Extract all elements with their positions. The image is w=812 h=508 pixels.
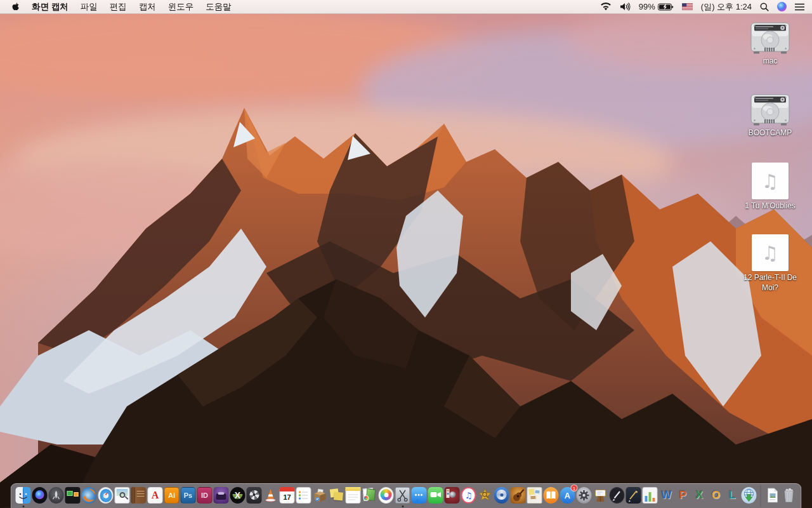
grab-screen-capture-icon <box>395 486 411 504</box>
dock-item-trash[interactable] <box>781 486 797 504</box>
dock-item-paper-collage[interactable] <box>527 486 543 504</box>
document-file-icon <box>764 486 781 504</box>
dock-item-preview[interactable] <box>114 486 131 504</box>
dock-item-appstore[interactable]: A1 <box>560 486 576 504</box>
desktop-wallpaper <box>0 0 812 508</box>
menu-item-4[interactable]: 도움말 <box>206 1 232 13</box>
menu-item-0[interactable]: 파일 <box>81 1 98 13</box>
dock-item-grab-screen-capture[interactable] <box>395 486 411 504</box>
numbers-icon <box>642 486 658 504</box>
dock-item-keynote[interactable] <box>593 486 609 504</box>
dock-item-stickies[interactable] <box>329 486 345 504</box>
battery-percent: 99% <box>639 2 655 11</box>
dock-item-launchpad[interactable] <box>48 486 65 504</box>
desktop-icon-bootcamp[interactable]: BOOTCAMP <box>736 93 804 138</box>
disk-tool-icon <box>246 486 263 504</box>
dock-item-pixelmator[interactable] <box>609 486 625 504</box>
dock-item-download-globe[interactable] <box>741 486 757 504</box>
battery-menu-item[interactable]: 99% <box>639 2 674 11</box>
dock-item-messages[interactable]: ••• <box>411 486 428 504</box>
menu-item-2[interactable]: 캡처 <box>139 1 156 13</box>
dock-item-acrobat[interactable]: A <box>147 486 164 504</box>
dock-item-document-file[interactable] <box>764 486 781 504</box>
firefox-icon <box>81 486 98 504</box>
keynote-icon <box>593 486 609 504</box>
excel-icon: X <box>691 486 708 504</box>
download-globe-icon <box>741 486 757 504</box>
photobooth-icon <box>444 486 461 504</box>
dock-item-pages[interactable] <box>625 486 642 504</box>
notification-center-menu-item[interactable] <box>795 3 804 11</box>
desktop-icon-mac[interactable]: mac <box>736 22 804 67</box>
dock-item-lync[interactable]: L <box>724 486 741 504</box>
toast-icon <box>213 486 230 504</box>
garageband-icon <box>510 486 527 504</box>
archive-box-icon <box>312 486 329 504</box>
dock-item-indesign[interactable]: ID <box>197 486 213 504</box>
desktop-icon-label: mac <box>763 57 778 67</box>
apple-icon <box>11 2 20 11</box>
dock-item-reminders[interactable] <box>296 486 312 504</box>
reminders-icon <box>296 486 312 504</box>
desktop-icon-12-parle-t-il-de-moi-[interactable]: ♫12 Parle-T-Il De Moi? <box>736 234 804 293</box>
menu-item-1[interactable]: 편집 <box>110 1 127 13</box>
dock-item-x-circle-app[interactable]: X <box>230 486 246 504</box>
dock-item-notes[interactable] <box>345 486 362 504</box>
audio-file-icon: ♫ <box>752 163 789 199</box>
dock-item-facetime[interactable] <box>428 486 444 504</box>
active-app-name[interactable]: 화면 캡처 <box>32 1 69 13</box>
desktop-icon-1-tu-m-oublies[interactable]: ♫1 Tu M'Oublies <box>736 163 804 211</box>
dock-item-outlook[interactable]: O <box>708 486 724 504</box>
dock-item-calendar[interactable]: 17 <box>279 486 296 504</box>
indesign-icon: ID <box>197 486 213 504</box>
star-app-icon <box>477 486 494 504</box>
dock-item-ibooks[interactable] <box>543 486 560 504</box>
dock-item-illustrator[interactable]: Ai <box>164 486 180 504</box>
menu-items: 파일편집캡처윈도우도움말 <box>81 1 232 13</box>
music-note-icon: ♫ <box>762 242 779 264</box>
dock-item-star-app[interactable] <box>477 486 494 504</box>
menu-clock: (일) 오후 1:24 <box>701 1 752 13</box>
apple-menu[interactable] <box>11 2 20 11</box>
dock-item-firefox[interactable] <box>81 486 98 504</box>
messages-icon: ••• <box>411 486 428 504</box>
dock-item-windows-app[interactable] <box>65 486 81 504</box>
menu-bar: 화면 캡처 파일편집캡처윈도우도움말 99% (일) 오후 1:24 <box>0 0 812 14</box>
dock-item-green-docs[interactable] <box>362 486 378 504</box>
dock-item-blue-disc[interactable] <box>494 486 510 504</box>
spotlight-menu-item[interactable] <box>760 3 769 11</box>
wifi-menu-item[interactable] <box>600 3 612 11</box>
clock-menu-item[interactable]: (일) 오후 1:24 <box>701 1 752 13</box>
dock-item-powerpoint[interactable]: P <box>675 486 691 504</box>
dock-item-disk-tool[interactable] <box>246 486 263 504</box>
dock-item-itunes[interactable]: ♫ <box>461 486 477 504</box>
siri-menu-item[interactable] <box>777 2 787 11</box>
dock-item-numbers[interactable] <box>642 486 658 504</box>
dock-item-vlc[interactable] <box>263 486 279 504</box>
dock-item-word[interactable]: W <box>658 486 675 504</box>
dock-item-siri[interactable] <box>32 486 48 504</box>
notification-center-icon <box>795 3 804 11</box>
dock-item-photobooth[interactable] <box>444 486 461 504</box>
dock-item-archive-box[interactable] <box>312 486 329 504</box>
dock-item-photos[interactable] <box>378 486 395 504</box>
dock-separator <box>757 486 764 504</box>
input-source-menu-item[interactable] <box>682 3 693 10</box>
dock-item-safari[interactable] <box>98 486 114 504</box>
battery-charging-icon <box>658 3 674 11</box>
dock-item-finder[interactable] <box>15 486 32 504</box>
outlook-icon: O <box>708 486 724 504</box>
dock-item-sysprefs[interactable] <box>576 486 593 504</box>
dock-item-excel[interactable]: X <box>691 486 708 504</box>
desktop-icon-label: 12 Parle-T-Il De Moi? <box>737 273 803 293</box>
dock-item-toast[interactable] <box>213 486 230 504</box>
menu-item-3[interactable]: 윈도우 <box>168 1 194 13</box>
spotlight-icon <box>760 3 769 11</box>
dock-item-photoshop[interactable]: Ps <box>180 486 197 504</box>
safari-icon <box>98 486 114 504</box>
preview-icon <box>114 486 131 504</box>
dock-item-garageband[interactable] <box>510 486 527 504</box>
dock-item-contacts[interactable] <box>131 486 147 504</box>
running-indicator <box>402 505 403 507</box>
volume-menu-item[interactable] <box>620 3 631 11</box>
